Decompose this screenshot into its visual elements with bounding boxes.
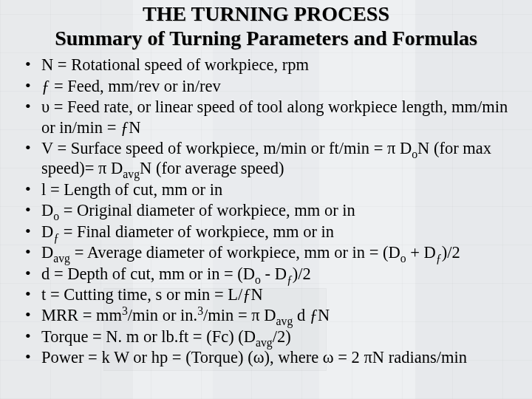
- list-item: MRR = mm3/min or in.3/min = π Davg d ƒN: [24, 305, 517, 325]
- list-item: Do = Original diameter of workpiece, mm …: [24, 200, 517, 220]
- list-item: υ = Feed rate, or linear speed of tool a…: [24, 97, 517, 137]
- list-item: ƒ = Feed, mm/rev or in/rev: [24, 76, 517, 96]
- definition-list: N = Rotational speed of workpiece, rpm ƒ…: [15, 55, 517, 368]
- list-item: Dƒ = Final diameter of workpiece, mm or …: [24, 222, 517, 242]
- slide-subtitle: Summary of Turning Parameters and Formul…: [15, 27, 517, 49]
- list-item: Torque = N. m or lb.ft = (Fc) (Davg/2): [24, 327, 517, 347]
- list-item: V = Surface speed of workpiece, m/min or…: [24, 138, 517, 179]
- slide-title: THE TURNING PROCESS: [15, 3, 517, 26]
- list-item: N = Rotational speed of workpiece, rpm: [24, 55, 517, 75]
- list-item: l = Length of cut, mm or in: [24, 180, 517, 200]
- list-item: Power = k W or hp = (Torque) (ω), where …: [24, 347, 517, 367]
- list-item: d = Depth of cut, mm or in = (Do - Dƒ)/2: [24, 264, 517, 284]
- slide: THE TURNING PROCESS Summary of Turning P…: [0, 0, 532, 399]
- list-item: Davg = Average diameter of workpiece, mm…: [24, 242, 517, 262]
- list-item: t = Cutting time, s or min = L/ƒN: [24, 284, 517, 304]
